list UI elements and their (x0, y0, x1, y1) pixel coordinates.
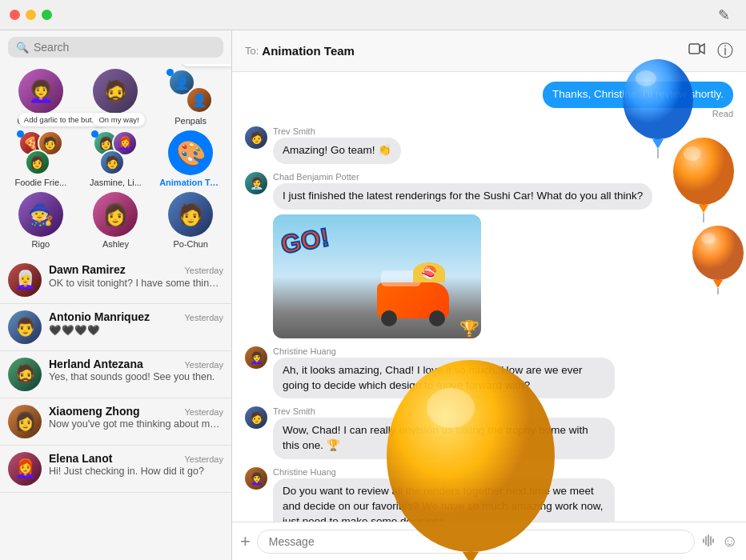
conversation-preview: OK to visit tonight? I have some things … (49, 277, 223, 289)
avatar: 👩 (8, 405, 42, 438)
video-call-icon[interactable] (688, 42, 706, 59)
svg-rect-0 (689, 44, 700, 54)
message-bubble: Wow, Chad! I can really envision us taki… (273, 418, 615, 459)
traffic-lights (10, 10, 52, 20)
avatar: 🧙 (18, 192, 63, 237)
conversation-name: Antonio Manriquez (49, 310, 150, 323)
conversation-preview: Yes, that sounds good! See you then. (49, 371, 223, 382)
contact-label: Foodie Frie... (14, 178, 66, 187)
conversation-content: Antonio Manriquez Yesterday 🖤🖤🖤🖤 (49, 310, 223, 336)
message-preview-bubble: We had a great time. Home with... (182, 64, 231, 66)
avatar: 🎨 (168, 130, 213, 175)
sender-name: Christine Huang (273, 346, 615, 356)
conversation-item-herland[interactable]: 🧔 Herland Antezana Yesterday Yes, that s… (0, 351, 231, 398)
message-content: Christine Huang Ah, it looks amazing, Ch… (273, 346, 615, 399)
message-christine-amazing: 👩‍🦱 Christine Huang Ah, it looks amazing… (245, 346, 733, 399)
chat-messages: Thanks, Christine. I'll review shortly. … (232, 72, 746, 522)
pinned-contact-animation[interactable]: 🎨 Animation Team (158, 130, 223, 187)
emoji-button[interactable]: ☺ (722, 532, 738, 550)
close-button[interactable] (10, 10, 20, 20)
message-trev-amazing: 🧑 Trev Smith Amazing! Go team! 👏 (245, 126, 733, 164)
contact-label: Ashley (102, 239, 129, 249)
conversation-content: Herland Antezana Yesterday Yes, that sou… (49, 358, 223, 382)
contact-label: Jasmine, Li... (90, 178, 142, 187)
header-icons: ⓘ (688, 40, 733, 62)
avatar: 🧔 (8, 358, 42, 391)
message-bubble: Thanks, Christine. I'll review shortly. (543, 82, 733, 108)
search-bar[interactable]: 🔍 (8, 37, 223, 58)
conversation-list: 👩‍🦳 Dawn Ramirez Yesterday OK to visit t… (0, 257, 231, 560)
chat-panel: To: Animation Team ⓘ Thanks, Christine. … (232, 30, 746, 560)
maximize-button[interactable] (42, 10, 52, 20)
pinned-contact-penpals[interactable]: 👤 👤 We had a great time. Home with... Pe… (158, 69, 223, 126)
avatar: 🧑 (168, 192, 213, 237)
audio-message-button[interactable] (701, 532, 716, 550)
conversation-time: Yesterday (184, 454, 223, 464)
sender-avatar: 🧑 (245, 126, 267, 149)
conversation-time: Yesterday (184, 313, 223, 322)
search-icon: 🔍 (16, 42, 29, 54)
conversation-name: Herland Antezana (49, 358, 143, 370)
avatar: 👩‍🦱 (18, 69, 63, 114)
contact-label: Po-Chun (173, 239, 207, 249)
info-icon[interactable]: ⓘ (717, 40, 733, 62)
read-receipt: Read (543, 109, 733, 118)
to-label: To: (245, 45, 259, 57)
app-body: 🔍 👩‍🦱 Olivia & Will (0, 30, 746, 560)
group-sub-avatar: 👤 (186, 86, 213, 114)
message-content: Chad Benjamin Potter I just finished the… (273, 172, 652, 338)
message-content: Trev Smith Amazing! Go team! 👏 (273, 126, 401, 164)
unread-indicator (17, 130, 24, 138)
pinned-contact-jasmine[interactable]: 👩 👩‍🦰 🧑 On my way! Jasmine, Li... (83, 130, 147, 187)
sender-avatar: 👩‍🦱 (245, 346, 267, 369)
conversation-preview: Now you've got me thinking about my next… (49, 418, 223, 430)
chat-header: To: Animation Team ⓘ (232, 30, 746, 72)
conversation-name: Dawn Ramirez (49, 263, 126, 276)
pinned-section: 👩‍🦱 Olivia & Will 🧔 Guillermo (0, 64, 231, 257)
sender-avatar: 🧑‍💼 (245, 172, 267, 194)
sender-avatar: 🧑 (245, 406, 267, 429)
avatar: 👩‍🦳 (8, 263, 42, 297)
message-trev-wow: 🧑 Trev Smith Wow, Chad! I can really env… (245, 406, 733, 459)
conversation-item-antonio[interactable]: 👨 Antonio Manriquez Yesterday 🖤🖤🖤🖤 (0, 304, 231, 351)
pinned-row-3: 🧙 Rigo 👩 Ashley (3, 192, 228, 249)
message-bubble: I just finished the latest renderings fo… (273, 183, 652, 210)
conversation-item-elena[interactable]: 👩‍🦰 Elena Lanot Yesterday Hi! Just check… (0, 446, 231, 493)
conversation-item-xiaomeng[interactable]: 👩 Xiaomeng Zhong Yesterday Now you've go… (0, 398, 231, 446)
add-attachment-button[interactable]: + (240, 531, 251, 552)
pinned-contact-rigo[interactable]: 🧙 Rigo (9, 192, 73, 249)
search-input[interactable] (34, 41, 215, 54)
pinned-row-2: 🍕 🧑 👩 Add garlic to the butter, and then… (3, 130, 228, 187)
chat-input-bar: + ☺ (232, 522, 746, 560)
conversation-header: Xiaomeng Zhong Yesterday (49, 405, 223, 418)
conversation-item-dawn[interactable]: 👩‍🦳 Dawn Ramirez Yesterday OK to visit t… (0, 257, 231, 304)
pinned-contact-foodie[interactable]: 🍕 🧑 👩 Add garlic to the butter, and then… (9, 130, 73, 187)
conversation-header: Herland Antezana Yesterday (49, 358, 223, 370)
sushi-car-image: GO! Z💨 🍣 (273, 214, 652, 338)
minimize-button[interactable] (26, 10, 36, 20)
conversation-header: Elena Lanot Yesterday (49, 452, 223, 465)
conversation-content: Dawn Ramirez Yesterday OK to visit tonig… (49, 263, 223, 289)
message-content: Christine Huang Do you want to review al… (273, 467, 615, 522)
group-sub-avatar: 🧑 (99, 150, 125, 175)
message-bubble: Amazing! Go team! 👏 (273, 138, 401, 164)
group-sub-avatar: 👩 (25, 150, 50, 175)
compose-button[interactable]: ✎ (718, 6, 730, 24)
title-bar: ✎ (0, 0, 746, 30)
conversation-header: Antonio Manriquez Yesterday (49, 310, 223, 323)
message-christine-review: 👩‍🦱 Christine Huang Do you want to revie… (245, 467, 733, 522)
conversation-time: Yesterday (184, 360, 223, 370)
conversation-time: Yesterday (184, 266, 223, 275)
contact-label: Animation Team (159, 178, 222, 187)
avatar: 👨 (8, 310, 42, 344)
avatar: 👩‍🦰 (8, 452, 42, 486)
message-content: Trev Smith Wow, Chad! I can really envis… (273, 406, 615, 459)
message-outgoing-thanks: Thanks, Christine. I'll review shortly. … (245, 82, 733, 118)
pinned-contact-ashley[interactable]: 👩 Ashley (83, 192, 147, 249)
conversation-preview: Hi! Just checking in. How did it go? (49, 466, 223, 477)
sidebar: 🔍 👩‍🦱 Olivia & Will (0, 30, 232, 560)
pinned-contact-pochun[interactable]: 🧑 Po-Chun (158, 192, 223, 249)
contact-label: Rigo (32, 239, 50, 249)
message-input[interactable] (257, 530, 695, 554)
message-preview-bubble: On my way! (93, 113, 144, 126)
